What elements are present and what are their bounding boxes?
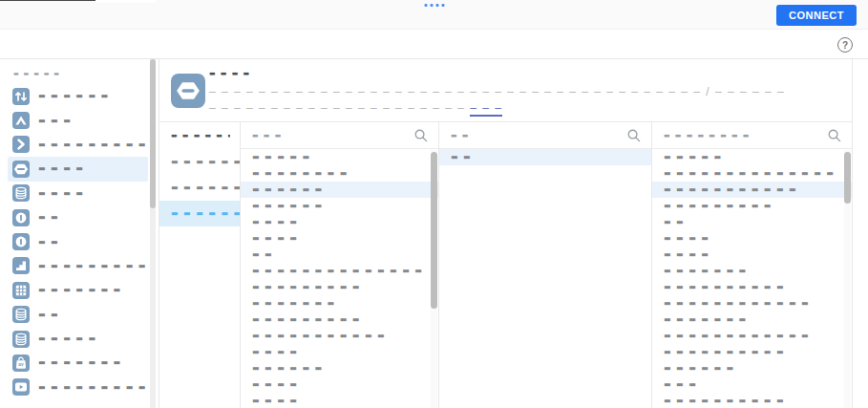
scrollbar-thumb[interactable]: [844, 152, 851, 204]
list-item[interactable]: ▬ ▬ ▬ ▬: [652, 247, 852, 263]
search-icon[interactable]: [413, 128, 429, 143]
list-item[interactable]: ▬ ▬ ▬ ▬ ▬ ▬ ▬: [652, 311, 852, 328]
list-item[interactable]: ▬ ▬ ▬ ▬ ▬ ▬ ▬ ▬ ▬ ▬: [652, 279, 852, 295]
list-item[interactable]: ▬ ▬: [241, 247, 438, 263]
page-dot[interactable]: [441, 4, 444, 7]
sidebar-item-12[interactable]: av▬ ▬ ▬ ▬ ▬ ▬ ▬: [8, 351, 148, 375]
chevron-right-icon: [12, 136, 30, 153]
list-item[interactable]: ▬ ▬ ▬ ▬: [652, 230, 852, 247]
list-item[interactable]: ▬ ▬: [652, 214, 852, 230]
column-scrollbar[interactable]: [431, 150, 437, 408]
help-icon[interactable]: ?: [837, 37, 853, 53]
scrollbar-thumb[interactable]: [150, 59, 156, 208]
connector-panel: ▬ ▬ ▬ ▬ – – – – – – – – – – – – – – – – …: [159, 59, 853, 408]
sidebar-item-11[interactable]: ▬ ▬ ▬ ▬ ▬: [8, 327, 148, 351]
connector-header: ▬ ▬ ▬ ▬ – – – – – – – – – – – – – – – – …: [159, 59, 852, 121]
list-item[interactable]: ▬ ▬ ▬ ▬ ▬ ▬ ▬ ▬ ▬ ▬ ▬: [652, 182, 852, 198]
column-1-list: ▬ ▬ ▬ ▬ ▬ ▬ ▬ ▬▬ ▬ ▬ ▬ ▬ ▬▬ ▬ ▬ ▬ ▬ ▬ ▬ …: [159, 149, 240, 226]
list-item[interactable]: ▬ ▬ ▬ ▬ ▬ ▬: [652, 360, 852, 376]
sidebar-item-1[interactable]: ▬ ▬ ▬ ▬ ▬ ▬: [8, 84, 148, 108]
list-item[interactable]: ▬ ▬ ▬ ▬ ▬ ▬ ▬ ▬ ▬: [652, 198, 852, 214]
sidebar-item-9[interactable]: ▬ ▬ ▬ ▬ ▬ ▬ ▬: [8, 278, 148, 302]
page-dot[interactable]: [430, 4, 433, 7]
page-dot[interactable]: [424, 4, 427, 7]
sidebar-item-label: ▬ ▬ ▬ ▬ ▬ ▬: [38, 92, 110, 100]
list-item[interactable]: ▬ ▬ ▬ ▬ ▬ ▬ ▬ ▬ ▬ ▬ ▬ ▬: [652, 328, 852, 344]
list-item[interactable]: ▬ ▬ ▬ ▬ ▬ ▬ ▬ ▬ ▬ ▬ ▬ ▬: [652, 295, 852, 311]
list-item[interactable]: ▬ ▬ ▬ ▬ ▬ ▬ ▬ ▬: [159, 201, 240, 226]
sidebar-item-7[interactable]: ▬ ▬: [8, 229, 148, 253]
sidebar-item-label: ▬ ▬ ▬ ▬ ▬: [38, 334, 96, 343]
hexagon-slot-icon: [171, 74, 205, 108]
column-2-header: ▬ ▬ ▬: [241, 122, 438, 149]
sidebar-item-3[interactable]: ▬ ▬ ▬ ▬ ▬ ▬ ▬ ▬ ▬: [8, 133, 148, 157]
column-scrollbar[interactable]: [844, 150, 851, 408]
search-icon[interactable]: [827, 128, 842, 143]
sidebar-item-6[interactable]: ▬ ▬: [8, 205, 148, 229]
list-item[interactable]: ▬ ▬ ▬ ▬: [241, 230, 438, 247]
list-item[interactable]: ▬ ▬ ▬ ▬ ▬ ▬: [241, 182, 438, 198]
list-item[interactable]: ▬ ▬ ▬ ▬ ▬ ▬ ▬ ▬ ▬ ▬: [652, 393, 852, 408]
list-item[interactable]: ▬ ▬ ▬ ▬ ▬ ▬ ▬ ▬ ▬ ▬ ▬: [241, 328, 438, 344]
column-2: ▬ ▬ ▬▬ ▬ ▬ ▬ ▬▬ ▬ ▬ ▬ ▬ ▬ ▬ ▬▬ ▬ ▬ ▬ ▬ ▬…: [240, 122, 438, 408]
sidebar-item-5[interactable]: ▬ ▬ ▬ ▬: [8, 182, 148, 205]
column-header-label: ▬ ▬ ▬ ▬ ▬ ▬ ▬ ▬: [664, 132, 827, 140]
list-item[interactable]: ▬ ▬ ▬ ▬ ▬ ▬ ▬ ▬ ▬: [241, 279, 438, 295]
list-item[interactable]: ▬ ▬ ▬ ▬: [241, 344, 438, 360]
sidebar-item-13[interactable]: ▬ ▬ ▬ ▬ ▬ ▬ ▬ ▬ ▬: [8, 376, 148, 399]
sub-toolbar: ?: [0, 30, 868, 59]
connector-description-line-2: – – – – – – – – – – – – – – – – – – – – …: [209, 101, 502, 115]
sidebar-item-label: ▬ ▬: [38, 238, 59, 247]
window-chrome-gap: [95, 0, 156, 3]
list-item[interactable]: ▬ ▬: [439, 149, 651, 165]
list-item[interactable]: ▬ ▬ ▬: [652, 376, 852, 393]
list-item[interactable]: ▬ ▬ ▬ ▬ ▬ ▬ ▬: [241, 295, 438, 311]
sidebar-item-10[interactable]: ▬ ▬: [8, 303, 148, 327]
sidebar-item-2[interactable]: ▬ ▬ ▬: [8, 108, 148, 132]
description-link[interactable]: – – –: [470, 101, 502, 117]
column-1: ▬ ▬ ▬ ▬ ▬ ▬▬ ▬ ▬ ▬ ▬ ▬ ▬ ▬▬ ▬ ▬ ▬ ▬ ▬▬ ▬…: [159, 122, 240, 408]
list-item[interactable]: ▬ ▬ ▬ ▬: [241, 393, 438, 408]
bar-chart-icon: [12, 257, 30, 274]
connect-button[interactable]: CONNECT: [776, 5, 857, 26]
column-4-header: ▬ ▬ ▬ ▬ ▬ ▬ ▬ ▬: [652, 122, 852, 149]
sidebar-item-label: ▬ ▬ ▬ ▬ ▬ ▬ ▬ ▬ ▬: [38, 383, 147, 392]
sidebar-scrollbar[interactable]: [150, 59, 156, 408]
content-area: ▬ ▬ ▬ ▬ ▬ ▬ ▬ ▬ ▬ ▬ ▬▬ ▬ ▬▬ ▬ ▬ ▬ ▬ ▬ ▬ …: [0, 59, 868, 408]
database-icon: [12, 184, 30, 202]
list-item[interactable]: ▬ ▬ ▬ ▬ ▬ ▬: [159, 175, 240, 201]
page-dot[interactable]: [435, 4, 438, 7]
window-chrome-remnant: [0, 0, 95, 1]
list-item[interactable]: ▬ ▬ ▬ ▬ ▬: [652, 149, 852, 165]
database-icon: [12, 331, 30, 348]
sidebar-item-label: ▬ ▬ ▬ ▬: [38, 189, 84, 198]
column-3-list: ▬ ▬: [439, 149, 651, 165]
column-1-header: ▬ ▬ ▬ ▬ ▬ ▬: [159, 122, 240, 149]
top-toolbar: CONNECT: [0, 0, 868, 30]
mountain-icon: [12, 112, 30, 129]
list-item[interactable]: ▬ ▬ ▬ ▬ ▬ ▬ ▬ ▬ ▬ ▬ ▬ ▬ ▬ ▬: [241, 263, 438, 279]
column-header-label: ▬ ▬: [451, 132, 626, 140]
video-play-icon: [12, 378, 30, 396]
svg-text:av: av: [18, 362, 24, 367]
search-icon[interactable]: [626, 128, 642, 143]
list-item[interactable]: ▬ ▬ ▬ ▬ ▬ ▬ ▬ ▬ ▬: [241, 311, 438, 328]
sidebar-item-label: ▬ ▬ ▬ ▬: [38, 164, 84, 173]
list-item[interactable]: ▬ ▬ ▬ ▬: [241, 376, 438, 393]
list-item[interactable]: ▬ ▬ ▬ ▬ ▬ ▬ ▬ ▬ ▬ ▬ ▬ ▬ ▬ ▬: [652, 165, 852, 182]
sidebar-item-4[interactable]: ▬ ▬ ▬ ▬: [8, 157, 148, 181]
list-item[interactable]: ▬ ▬ ▬ ▬ ▬ ▬ ▬ ▬: [241, 165, 438, 182]
list-item[interactable]: ▬ ▬ ▬ ▬ ▬ ▬ ▬ ▬: [159, 149, 240, 175]
list-item[interactable]: ▬ ▬ ▬ ▬ ▬ ▬: [241, 360, 438, 376]
sidebar-section-header: ▬ ▬ ▬ ▬ ▬: [13, 70, 159, 76]
list-item[interactable]: ▬ ▬ ▬ ▬ ▬ ▬ ▬ ▬ ▬ ▬: [652, 344, 852, 360]
scrollbar-thumb[interactable]: [431, 152, 437, 309]
sidebar-item-label: ▬ ▬ ▬ ▬ ▬ ▬ ▬: [38, 358, 122, 367]
list-item[interactable]: ▬ ▬ ▬ ▬: [241, 214, 438, 230]
list-item[interactable]: ▬ ▬ ▬ ▬ ▬: [241, 149, 438, 165]
list-item[interactable]: ▬ ▬ ▬ ▬ ▬ ▬ ▬: [652, 263, 852, 279]
connector-sidebar: ▬ ▬ ▬ ▬ ▬ ▬ ▬ ▬ ▬ ▬ ▬▬ ▬ ▬▬ ▬ ▬ ▬ ▬ ▬ ▬ …: [0, 59, 159, 408]
sidebar-item-8[interactable]: ▬ ▬ ▬ ▬ ▬ ▬ ▬ ▬ ▬: [8, 254, 148, 278]
list-item[interactable]: ▬ ▬ ▬ ▬ ▬ ▬: [241, 198, 438, 214]
column-4-list: ▬ ▬ ▬ ▬ ▬▬ ▬ ▬ ▬ ▬ ▬ ▬ ▬ ▬ ▬ ▬ ▬ ▬ ▬▬ ▬ …: [652, 149, 852, 408]
